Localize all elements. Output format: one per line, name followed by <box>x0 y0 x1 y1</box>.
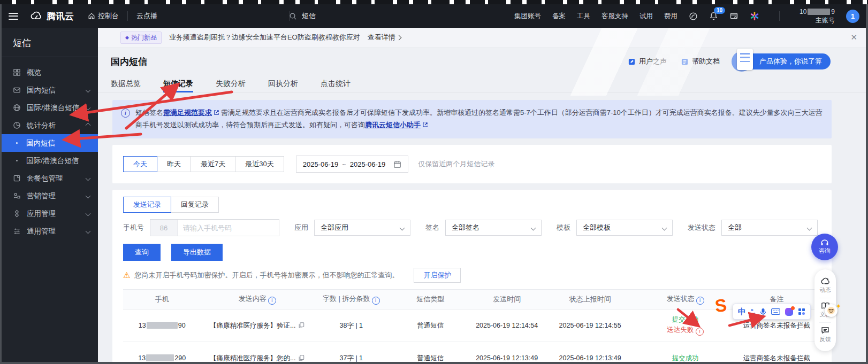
toggle-send-records[interactable]: 发送记录 <box>123 197 171 213</box>
sidebar-item-overview[interactable]: 概览 <box>0 64 98 81</box>
product-experience-pill[interactable]: 产品体验，你说了算 <box>737 53 831 69</box>
promo-icon[interactable] <box>689 12 698 21</box>
nav-product-vod[interactable]: 云点播 <box>136 11 157 21</box>
alert-text: 短信签名需满足规范要求需满足规范要求且在运营商完成实名报备后才可保障短信下发成功… <box>135 107 823 131</box>
nav-group-account[interactable]: 集团账号 <box>514 12 541 21</box>
sidebar-item-domestic-sms[interactable]: 国内短信 <box>0 81 98 99</box>
phone-input[interactable] <box>178 224 279 232</box>
tab-sms-records[interactable]: 短信记录 <box>163 75 193 92</box>
dock-item-news[interactable]: 动态 <box>820 274 831 298</box>
hot-product-badge: ◆热门新品 <box>120 32 162 44</box>
sogou-ime-logo[interactable]: S <box>714 295 728 316</box>
info-icon[interactable]: i <box>372 297 380 305</box>
app-select[interactable]: 全部应用 <box>314 220 410 236</box>
help-docs-link[interactable]: 帮助文档 <box>681 57 720 66</box>
sms-assistant-link[interactable]: 腾讯云短信小助手 <box>365 121 421 129</box>
sidebar-item-package-mgmt[interactable]: 套餐包管理 <box>0 169 98 187</box>
account-info[interactable]: 109 主账号 <box>800 7 835 25</box>
banner-close-icon[interactable]: ✕ <box>850 33 857 42</box>
send-status-select[interactable]: 全部 <box>721 220 818 236</box>
template-select[interactable]: 全部模板 <box>576 220 673 236</box>
quick-date-yesterday[interactable]: 昨天 <box>157 156 191 172</box>
status-delivery-failed: 送达失败! <box>639 326 732 336</box>
col-count: 字数 | 拆分条数i <box>314 290 389 309</box>
enable-protection-button[interactable]: 开启保护 <box>414 268 461 283</box>
tab-receipt-analysis[interactable]: 回执分析 <box>268 75 298 92</box>
pill-doc-icon <box>737 49 753 70</box>
dock-item-feedback[interactable]: 反馈 <box>820 323 831 347</box>
sidebar-item-app-mgmt[interactable]: 应用管理 <box>0 205 98 222</box>
nav-support[interactable]: 客服支持 <box>601 12 628 21</box>
microphone-icon[interactable] <box>760 308 766 316</box>
quick-date-30days[interactable]: 最近30天 <box>235 156 284 172</box>
cell-content: 【痛康精准医疗服务】验证... <box>201 309 314 342</box>
ime-punctuation-toggle[interactable]: °, <box>751 308 755 315</box>
hamburger-menu-icon[interactable] <box>9 13 18 20</box>
query-button[interactable]: 查询 <box>123 244 161 261</box>
grid-icon <box>13 68 21 76</box>
nav-trial[interactable]: 试用 <box>639 12 653 21</box>
quick-date-7days[interactable]: 最近7天 <box>191 156 235 172</box>
sidebar-subitem-domestic-sms-stats[interactable]: 国内短信 <box>0 134 98 152</box>
copy-icon[interactable] <box>298 322 304 329</box>
copy-icon[interactable] <box>298 354 304 361</box>
action-buttons: 查询 导出数据 <box>123 244 821 261</box>
ime-toolbox-icon[interactable] <box>798 308 805 315</box>
nav-tools[interactable]: 工具 <box>577 12 590 21</box>
cell-report-time: 2025-06-19 12:13:49 <box>542 342 638 364</box>
diamond-icon: ◆ <box>125 35 129 40</box>
app-label: 应用 <box>294 223 308 233</box>
avatar[interactable]: 1 <box>846 10 859 23</box>
external-link-icon <box>214 107 219 119</box>
nav-billing[interactable]: 费用 <box>664 12 677 21</box>
ai-assistant-star-icon[interactable] <box>750 11 759 21</box>
cell-remark: 运营商签名未报备拦截 <box>732 342 821 364</box>
sidebar-item-general-mgmt[interactable]: 通用管理 <box>0 222 98 240</box>
cell-send-time: 2025-06-19 12:13:49 <box>472 342 542 364</box>
date-separator: ~ <box>342 160 346 168</box>
export-button[interactable]: 导出数据 <box>171 244 223 261</box>
signature-select[interactable]: 全部签名 <box>445 220 542 236</box>
nav-icp[interactable]: 备案 <box>552 12 566 21</box>
table-row: 13290 【痛康精准医疗服务】您的... 37字 | 1 普通短信 2025-… <box>123 342 821 364</box>
feedback-pen-icon <box>628 58 636 66</box>
phone-country-code[interactable]: 86 <box>150 220 178 236</box>
tab-data-overview[interactable]: 数据总览 <box>111 75 141 92</box>
error-info-icon[interactable]: ! <box>696 328 704 336</box>
sidebar-item-statistics[interactable]: 统计分析 <box>0 117 98 134</box>
date-start: 2025-06-19 <box>303 160 339 168</box>
toggle-reply-records[interactable]: 回复记录 <box>171 197 219 213</box>
user-voice-link[interactable]: 用户之声 <box>628 57 667 66</box>
date-range-picker[interactable]: 2025-06-19 ~ 2025-06-19 <box>296 156 409 173</box>
account-id-redacted <box>808 9 830 15</box>
sidebar: 短信 概览 国内短信 国际/港澳台短信 统计分析 国内短信 国际/港澳台短信 <box>0 28 98 364</box>
quick-date-today[interactable]: 今天 <box>123 156 157 172</box>
spec-requirements-link[interactable]: 需满足规范要求 <box>163 109 212 117</box>
external-link-icon <box>422 120 428 131</box>
chevron-up-icon <box>86 123 91 128</box>
tab-click-stats[interactable]: 点击统计 <box>321 75 351 92</box>
sidebar-item-marketing-mgmt[interactable]: 营销管理 <box>0 187 98 205</box>
sidebar-subitem-intl-sms-stats[interactable]: 国际/港澳台短信 <box>0 152 98 169</box>
retention-note: 仅保留近两个月短信记录 <box>418 159 494 169</box>
window-frame <box>0 362 868 364</box>
nav-console[interactable]: 控制台 <box>88 11 119 21</box>
cell-type: 普通短信 <box>389 342 472 364</box>
bullet-icon <box>16 160 18 161</box>
notification-bell-icon[interactable]: 10 <box>709 11 718 21</box>
banner-details-link[interactable]: 查看详情 <box>368 33 401 42</box>
col-phone: 手机 <box>123 290 201 309</box>
keyboard-icon[interactable] <box>771 308 780 315</box>
consult-float-button[interactable]: 咨询 <box>811 234 838 260</box>
search-value: 短信 <box>302 11 316 21</box>
workbench-icon[interactable] <box>729 12 738 20</box>
tab-failure-analysis[interactable]: 失败分析 <box>216 75 246 92</box>
sidebar-item-intl-sms[interactable]: 国际/港澳台短信 <box>0 99 98 117</box>
ime-language-toggle[interactable]: 中 <box>738 307 746 317</box>
tencent-cloud-logo[interactable]: 腾讯云 <box>30 10 74 22</box>
info-icon[interactable]: i <box>268 297 276 305</box>
ime-skin-icon[interactable] <box>785 308 793 316</box>
global-search[interactable]: 短信 <box>289 11 316 21</box>
cell-status: 提交成功 <box>638 342 733 364</box>
info-icon[interactable]: i <box>696 297 704 305</box>
